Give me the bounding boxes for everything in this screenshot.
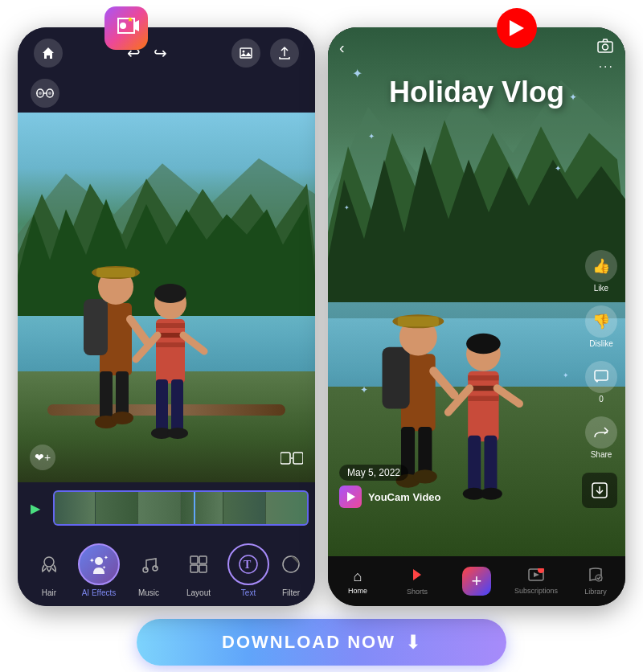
- svg-text:✦: ✦: [89, 557, 95, 564]
- comment-count: 0: [599, 395, 604, 404]
- nav-library[interactable]: Library: [566, 568, 625, 596]
- save-gallery-button[interactable]: [582, 473, 617, 508]
- phones-row: ↩ ↪: [18, 27, 625, 606]
- download-button[interactable]: DOWNLOAD NOW ⬇: [137, 619, 506, 666]
- toolbar-item-ai-effects[interactable]: ✦ ✦ ✦ AI Effects: [76, 543, 122, 597]
- like-label: Like: [594, 284, 608, 293]
- three-dots-menu[interactable]: ···: [599, 59, 614, 74]
- svg-rect-25: [156, 319, 185, 383]
- frame-6: [266, 490, 309, 526]
- svg-marker-82: [347, 492, 355, 502]
- svg-rect-38: [293, 453, 303, 464]
- toolbar-item-hair[interactable]: Hair: [26, 543, 72, 597]
- svg-point-10: [48, 92, 51, 95]
- frame-1: [53, 490, 96, 526]
- filter-icon-wrap: [275, 543, 307, 585]
- svg-text:✦: ✦: [102, 565, 106, 570]
- main-container: ↩ ↪: [0, 0, 643, 672]
- home-nav-icon: ⌂: [354, 568, 362, 585]
- svg-rect-74: [468, 396, 498, 401]
- nav-subscriptions[interactable]: Subscriptions: [506, 568, 566, 595]
- sparkle-4: ✦: [555, 164, 561, 173]
- layout-icon-wrap: [178, 543, 219, 585]
- svg-rect-30: [156, 342, 185, 347]
- svg-point-40: [44, 557, 54, 567]
- like-icon: 👍: [585, 250, 617, 282]
- sparkle-6: ✦: [563, 371, 569, 379]
- library-nav-icon: [588, 568, 604, 586]
- timeline-strip[interactable]: [53, 490, 309, 526]
- timeline-area: ▶: [18, 482, 315, 534]
- toolbar-item-music[interactable]: Music: [125, 543, 172, 597]
- comment-action[interactable]: 0: [585, 361, 617, 404]
- svg-rect-16: [84, 299, 108, 355]
- frame-4: [181, 490, 223, 526]
- download-button-text: DOWNLOAD NOW: [222, 632, 395, 653]
- svg-marker-4: [510, 20, 524, 36]
- svg-point-27: [154, 284, 186, 303]
- nav-shorts[interactable]: Shorts: [387, 568, 447, 596]
- download-section: DOWNLOAD NOW ⬇: [137, 619, 506, 666]
- svg-rect-28: [156, 323, 185, 328]
- svg-rect-48: [199, 556, 207, 563]
- music-icon-wrap: [128, 543, 170, 585]
- hair-label: Hair: [42, 588, 56, 597]
- svg-point-46: [153, 566, 158, 571]
- svg-rect-47: [190, 556, 198, 563]
- frame-5: [223, 490, 266, 526]
- youtube-shorts-logo: [495, 6, 539, 50]
- right-bottom-info: May 5, 2022 YouCam Video: [339, 465, 577, 508]
- toolbar-item-filter[interactable]: Filter: [275, 543, 307, 597]
- svg-rect-63: [398, 317, 439, 327]
- share-action[interactable]: Share: [585, 416, 617, 459]
- play-button[interactable]: ▶: [24, 497, 47, 519]
- logos-row: [64, 6, 579, 50]
- goggles-row: [18, 74, 315, 113]
- svg-rect-57: [598, 42, 612, 52]
- svg-line-80: [497, 388, 519, 404]
- svg-point-9: [39, 92, 42, 95]
- toolbar-item-text[interactable]: T Text: [225, 543, 272, 597]
- channel-logo: [339, 486, 362, 508]
- svg-point-2: [120, 23, 126, 29]
- nav-add[interactable]: +: [447, 567, 506, 596]
- compare-button[interactable]: [281, 450, 303, 470]
- back-button-right[interactable]: ‹: [339, 39, 345, 57]
- camera-icon-right[interactable]: [596, 39, 614, 57]
- sparkle-3: ✦: [368, 132, 375, 141]
- shorts-nav-label: Shorts: [407, 588, 428, 596]
- timeline-cursor: [194, 490, 195, 526]
- subscriptions-nav-icon: [528, 568, 544, 585]
- youcam-logo: [104, 6, 148, 50]
- svg-rect-31: [156, 379, 168, 432]
- svg-rect-69: [468, 371, 498, 441]
- layout-label: Layout: [186, 588, 211, 597]
- dislike-action[interactable]: 👎 Dislike: [585, 305, 617, 348]
- svg-point-23: [111, 412, 133, 424]
- home-nav-label: Home: [348, 587, 367, 595]
- date-badge: May 5, 2022: [339, 465, 408, 481]
- bottom-toolbar: Hair ✦ ✦ ✦: [18, 534, 315, 606]
- channel-row: YouCam Video: [339, 486, 577, 508]
- svg-rect-50: [199, 565, 207, 572]
- heart-button[interactable]: ❤+: [30, 445, 55, 470]
- like-action[interactable]: 👍 Like: [585, 250, 617, 293]
- library-nav-label: Library: [584, 588, 607, 596]
- nav-home[interactable]: ⌂ Home: [328, 568, 387, 595]
- svg-text:T: T: [244, 559, 252, 571]
- frame-2: [96, 490, 138, 526]
- svg-rect-21: [116, 371, 129, 416]
- add-button-nav[interactable]: +: [462, 567, 491, 596]
- toolbar-item-layout[interactable]: Layout: [175, 543, 222, 597]
- video-area-left: ❤+: [18, 113, 315, 482]
- channel-name: YouCam Video: [368, 491, 441, 503]
- sparkle-7: ✦: [344, 204, 350, 211]
- hair-icon-wrap: [28, 543, 70, 585]
- svg-rect-60: [383, 347, 410, 409]
- home-icon-left[interactable]: [34, 39, 63, 68]
- svg-rect-32: [171, 379, 183, 432]
- svg-rect-37: [281, 453, 290, 464]
- svg-rect-49: [190, 565, 198, 572]
- svg-line-36: [183, 335, 204, 351]
- sparkle-2: ✦: [569, 92, 577, 103]
